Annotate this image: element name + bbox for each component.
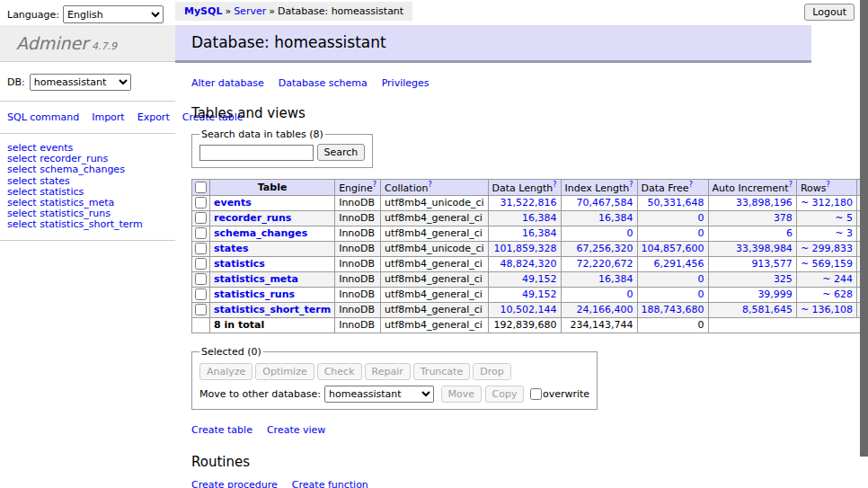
table-name-link[interactable]: schema_changes: [214, 227, 307, 239]
auto-increment-cell-link[interactable]: 913,577: [751, 258, 793, 270]
data-length-cell-link[interactable]: 49,152: [522, 273, 557, 285]
data-free-cell-link[interactable]: 104,857,600: [642, 243, 704, 254]
help-link[interactable]: ?: [373, 181, 376, 189]
auto-increment-cell-link[interactable]: 33,898,196: [736, 197, 793, 209]
help-link[interactable]: ?: [629, 181, 633, 189]
table-name-link[interactable]: states: [214, 243, 249, 254]
help-link[interactable]: ?: [826, 181, 829, 189]
database-link[interactable]: Privileges: [382, 77, 430, 89]
data-free-cell-link[interactable]: 0: [698, 212, 704, 224]
rows-cell-link[interactable]: ~ 3: [835, 227, 853, 239]
auto-increment-cell-link[interactable]: 33,398,984: [736, 243, 793, 254]
table-name-link[interactable]: recorder_runs: [214, 212, 291, 224]
data-length-cell-link[interactable]: 49,152: [522, 288, 557, 300]
search-button[interactable]: Search: [317, 144, 366, 161]
help-link[interactable]: ?: [428, 181, 431, 189]
scrollbar-track[interactable]: [860, 0, 868, 488]
data-length-cell-link[interactable]: 16,384: [522, 227, 557, 239]
language-select[interactable]: English: [63, 5, 164, 23]
database-link[interactable]: Database schema: [279, 77, 368, 89]
index-length-cell-link[interactable]: 24,166,400: [577, 304, 633, 315]
auto-increment-cell-link[interactable]: 378: [774, 212, 793, 224]
select-all-checkbox[interactable]: [195, 182, 207, 193]
data-free-cell-link[interactable]: 6,291,456: [654, 258, 704, 270]
create-link[interactable]: Create view: [267, 424, 325, 436]
rows-cell-link[interactable]: ~ 136,108: [801, 304, 853, 315]
check-button[interactable]: Check: [317, 363, 362, 380]
row-checkbox[interactable]: [195, 288, 207, 300]
table-name-link[interactable]: statistics_short_term: [214, 304, 331, 315]
help-link[interactable]: ?: [553, 181, 556, 189]
data-length-cell-link[interactable]: 48,824,320: [500, 258, 557, 270]
breadcrumb: MySQL»Server»Database: homeassistant: [175, 2, 412, 21]
row-checkbox[interactable]: [195, 243, 207, 254]
drop-button[interactable]: Drop: [473, 363, 510, 380]
auto-increment-cell-link[interactable]: 6: [786, 227, 793, 239]
move-button[interactable]: Move: [441, 386, 483, 403]
data-free-cell-link[interactable]: 50,331,648: [648, 197, 704, 209]
auto-increment-cell-link[interactable]: 8,581,645: [742, 304, 793, 315]
routine-link[interactable]: Create procedure: [191, 479, 278, 488]
sidebar-action-link[interactable]: Import: [92, 111, 125, 123]
overwrite-checkbox[interactable]: [530, 388, 542, 400]
rows-cell-link[interactable]: ~ 5: [835, 212, 853, 224]
table-name-link[interactable]: statistics_runs: [214, 288, 295, 300]
optimize-button[interactable]: Optimize: [255, 363, 314, 380]
help-link[interactable]: ?: [689, 181, 693, 189]
search-input[interactable]: [199, 145, 314, 161]
breadcrumb-server-link[interactable]: Server: [234, 5, 266, 17]
db-select[interactable]: homeassistant: [30, 74, 131, 91]
database-link[interactable]: Alter database: [191, 77, 264, 89]
row-checkbox[interactable]: [195, 227, 207, 239]
data-length-cell-link[interactable]: 31,522,816: [500, 197, 557, 209]
sidebar-table-link[interactable]: select statistics_short_term: [7, 219, 155, 230]
breadcrumb-mysql-link[interactable]: MySQL: [184, 5, 222, 17]
row-checkbox[interactable]: [195, 197, 207, 209]
repair-button[interactable]: Repair: [365, 363, 411, 380]
rows-cell-link[interactable]: ~ 244: [822, 273, 853, 285]
create-link[interactable]: Create table: [191, 424, 252, 436]
index-length-cell-link[interactable]: 0: [627, 227, 633, 239]
index-length-cell-link[interactable]: 72,220,672: [577, 258, 633, 270]
row-checkbox[interactable]: [195, 212, 207, 224]
row-checkbox[interactable]: [195, 258, 207, 270]
table-name-link[interactable]: events: [214, 197, 252, 209]
table-name-link[interactable]: statistics: [214, 258, 265, 270]
data-length-cell-link[interactable]: 16,384: [522, 212, 557, 224]
index-length-cell-link[interactable]: 16,384: [598, 212, 633, 224]
sidebar-action-link[interactable]: Export: [137, 111, 170, 123]
sidebar-table-link[interactable]: select states: [7, 176, 155, 187]
move-db-select[interactable]: homeassistant: [324, 386, 434, 403]
auto-increment-cell-link[interactable]: 39,999: [757, 288, 793, 300]
rows-cell-link[interactable]: ~ 628: [822, 288, 853, 300]
copy-button[interactable]: Copy: [485, 386, 525, 403]
rows-cell-link[interactable]: ~ 312,180: [801, 197, 853, 209]
sidebar-table-link[interactable]: select schema_changes: [7, 164, 155, 175]
data-free-cell-link[interactable]: 0: [698, 227, 704, 239]
index-length-cell-link[interactable]: 67,256,320: [577, 243, 633, 254]
app-name: Adminer: [16, 33, 88, 53]
analyze-button[interactable]: Analyze: [199, 363, 252, 380]
index-length-cell-link[interactable]: 70,467,584: [577, 197, 633, 209]
auto-increment-cell-link[interactable]: 325: [774, 273, 793, 285]
index-length-cell-link[interactable]: 0: [627, 288, 633, 300]
search-legend: Search data in tables (8): [199, 129, 325, 140]
sidebar-action-link[interactable]: SQL command: [7, 111, 79, 123]
row-checkbox[interactable]: [195, 304, 207, 315]
table-name-link[interactable]: statistics_meta: [214, 273, 298, 285]
column-header: Data Length?: [488, 180, 561, 196]
data-free-cell-link[interactable]: 188,743,680: [642, 304, 704, 315]
data-length-cell-link[interactable]: 101,859,328: [494, 243, 557, 254]
data-free-cell-link[interactable]: 0: [698, 288, 704, 300]
truncate-button[interactable]: Truncate: [413, 363, 470, 380]
row-checkbox[interactable]: [195, 273, 207, 285]
data-length-cell-link[interactable]: 10,502,144: [500, 304, 557, 315]
help-link[interactable]: ?: [789, 181, 793, 189]
rows-cell-link[interactable]: ~ 299,833: [801, 243, 853, 254]
data-free-cell-link[interactable]: 0: [698, 273, 704, 285]
scrollbar-thumb[interactable]: [860, 0, 868, 457]
index-length-cell-link[interactable]: 16,384: [598, 273, 633, 285]
rows-cell-link[interactable]: ~ 569,159: [801, 258, 853, 270]
logout-button[interactable]: Logout: [804, 4, 855, 21]
routine-link[interactable]: Create function: [292, 479, 368, 488]
